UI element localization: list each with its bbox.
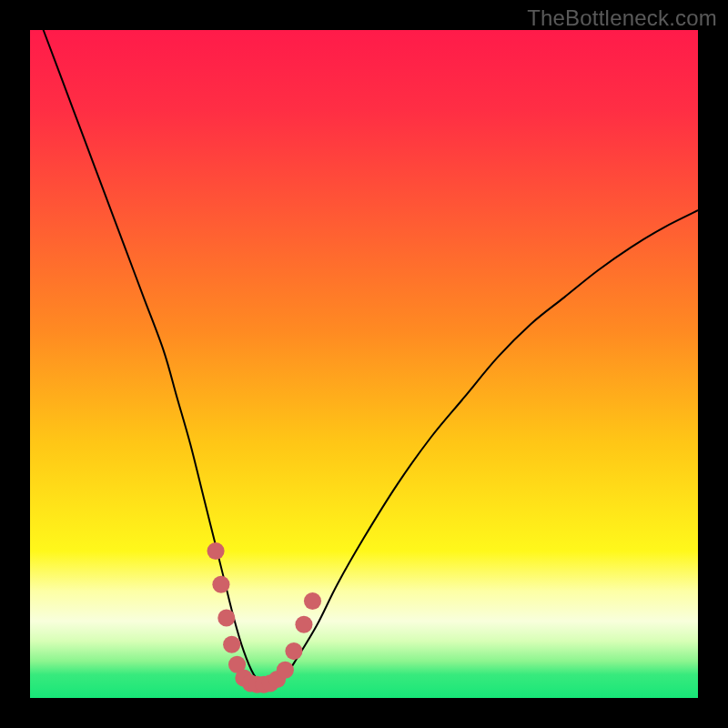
curve-marker	[304, 592, 321, 610]
curve-marker	[285, 642, 302, 660]
curve-marker	[207, 542, 225, 560]
curve-marker	[217, 609, 235, 626]
bottleneck-curve	[44, 30, 698, 685]
curve-marker	[295, 616, 312, 633]
curve-marker	[277, 662, 294, 679]
chart-svg	[30, 30, 698, 698]
curve-marker	[223, 636, 240, 653]
watermark-text: TheBottleneck.com	[527, 5, 717, 31]
plot-area	[30, 30, 698, 698]
outer-frame: TheBottleneck.com	[0, 0, 728, 728]
curve-marker	[212, 576, 229, 593]
